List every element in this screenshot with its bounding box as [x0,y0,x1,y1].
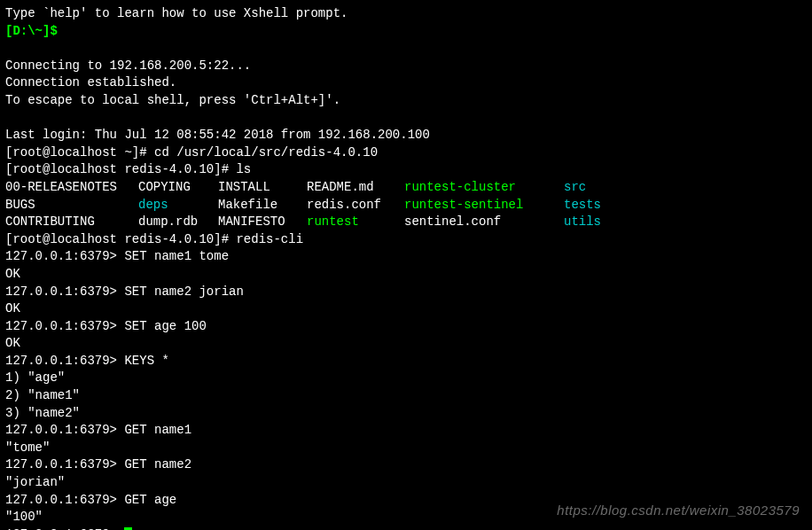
ls-row: BUGS deps Makefile redis.conf runtest-se… [5,197,807,214]
ls-dir: utils [564,214,652,231]
ls-file: CONTRIBUTING [5,214,138,231]
last-login-line: Last login: Thu Jul 12 08:55:42 2018 fro… [5,127,807,144]
ls-file: dump.rdb [138,214,218,231]
watermark: https://blog.csdn.net/weixin_38023579 [557,501,800,519]
redis-prompt: 127.0.0.1:6379> [5,423,124,437]
ls-row: CONTRIBUTING dump.rdb MANIFESTO runtest … [5,214,807,231]
result-ok: OK [5,335,807,353]
ls-file: MANIFESTO [218,214,307,231]
cmd-get: GET name1 [124,423,191,437]
cmd-redis-cli: redis-cli [236,232,303,246]
get-result: "tome" [5,440,807,457]
ls-dir: deps [138,197,218,214]
ls-file: BUGS [5,197,138,214]
cmd-set: SET age 100 [124,319,206,333]
redis-prompt: 127.0.0.1:6379> [5,354,124,368]
redis-prompt: 127.0.0.1:6379> [5,319,124,333]
redis-prompt: 127.0.0.1:6379> [5,457,124,472]
cmd-keys: KEYS * [124,354,168,368]
ls-exec: runtest-sentinel [404,197,564,214]
redis-prompt: 127.0.0.1:6379> [5,249,124,263]
ls-file: sentinel.conf [404,214,564,231]
ls-file: redis.conf [307,197,404,214]
ls-dir: tests [564,197,652,214]
cmd-cd: cd /usr/local/src/redis-4.0.10 [154,145,378,160]
result-ok: OK [5,266,807,284]
terminal-output[interactable]: Type `help' to learn how to use Xshell p… [5,5,807,530]
ls-file: INSTALL [218,179,307,197]
connecting-line: Connecting to 192.168.200.5:22... [5,58,807,75]
ls-row: 00-RELEASENOTES COPYING INSTALL README.m… [5,179,807,197]
redis-prompt: 127.0.0.1:6379> [5,493,124,507]
ls-exec: runtest [307,214,404,231]
cmd-ls: ls [236,162,251,176]
cmd-set: SET name1 tome [124,249,229,263]
ls-dir: src [564,179,652,197]
redis-prompt: 127.0.0.1:6379> [5,284,124,299]
ls-file: Makefile [218,197,307,214]
cmd-get: GET age [124,493,176,507]
keys-result: 2) "name1" [5,387,807,405]
local-prompt: [D:\~]$ [5,24,58,38]
established-line: Connection established. [5,74,807,92]
get-result: "jorian" [5,474,807,492]
ls-exec: runtest-cluster [404,179,564,197]
cmd-get: GET name2 [124,457,191,472]
help-line: Type `help' to learn how to use Xshell p… [5,5,807,23]
ls-file: COPYING [138,179,218,197]
shell-prompt: [root@localhost redis-4.0.10]# [5,162,236,176]
shell-prompt: [root@localhost ~]# [5,145,154,160]
shell-prompt: [root@localhost redis-4.0.10]# [5,232,236,246]
keys-result: 3) "name2" [5,405,807,423]
ls-file: README.md [307,179,404,197]
cmd-set: SET name2 jorian [124,284,243,299]
ls-file: 00-RELEASENOTES [5,179,138,197]
keys-result: 1) "age" [5,370,807,387]
result-ok: OK [5,300,807,318]
escape-line: To escape to local shell, press 'Ctrl+Al… [5,92,807,110]
